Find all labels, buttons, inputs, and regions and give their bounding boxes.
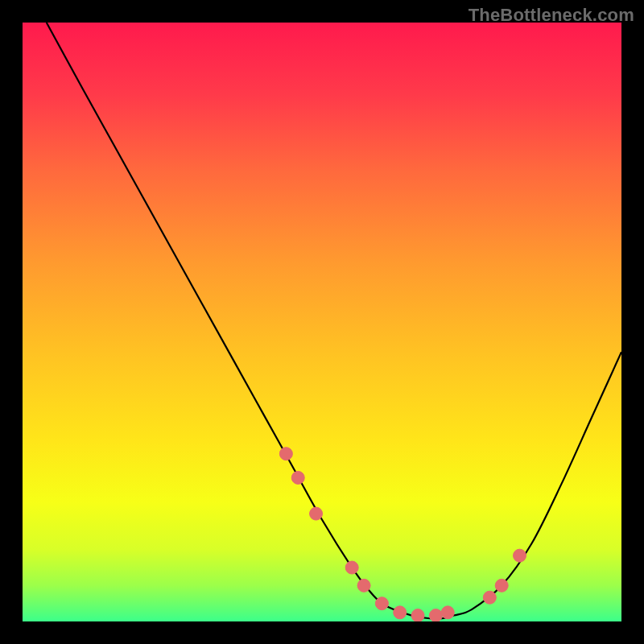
curve-marker [375, 597, 388, 610]
curve-markers [279, 448, 526, 621]
curve-marker [345, 561, 358, 574]
curve-marker [357, 579, 370, 592]
curve-marker [495, 579, 508, 592]
curve-marker [441, 606, 454, 619]
curve-marker [394, 606, 407, 619]
curve-marker [514, 549, 526, 562]
curve-marker [411, 609, 424, 621]
curve-marker [429, 609, 442, 621]
curve-marker [291, 471, 304, 484]
curve-marker [483, 591, 496, 604]
curve-marker [279, 448, 292, 460]
bottleneck-curve [47, 23, 621, 619]
chart-svg [23, 23, 621, 621]
curve-marker [310, 507, 323, 520]
